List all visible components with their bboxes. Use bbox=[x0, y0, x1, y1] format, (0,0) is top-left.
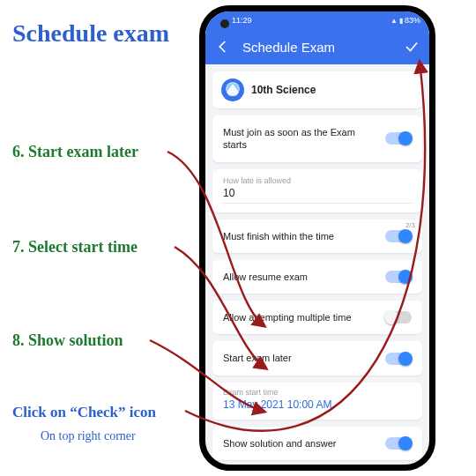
must-join-label: Must join as soon as the Exam starts bbox=[223, 126, 385, 152]
class-name: 10th Science bbox=[251, 84, 316, 96]
must-join-switch[interactable] bbox=[385, 132, 412, 145]
app-bar: Schedule Exam bbox=[205, 29, 429, 64]
step-check-sub: On top right corner bbox=[41, 429, 136, 443]
start-time-field[interactable]: Exam start time 13 May 2021 10:00 AM bbox=[212, 383, 422, 420]
page-title: Schedule exam bbox=[12, 19, 169, 48]
class-row[interactable]: 10th Science bbox=[212, 71, 422, 108]
appbar-title: Schedule Exam bbox=[242, 40, 392, 55]
allow-multiple-row[interactable]: Allow attempting multiple time bbox=[212, 301, 422, 334]
step-check-label: Click on “Check” icon bbox=[12, 404, 156, 421]
show-solution-label: Show solution and answer bbox=[223, 437, 385, 450]
check-button[interactable] bbox=[401, 36, 422, 57]
late-allowed-value[interactable]: 10 bbox=[223, 187, 412, 204]
must-finish-row[interactable]: 2/3 Must finish within the time bbox=[212, 219, 422, 253]
allow-resume-row[interactable]: Allow resume exam bbox=[212, 260, 422, 294]
step7-label: 7. Select start time bbox=[12, 238, 138, 257]
must-finish-counter: 2/3 bbox=[405, 221, 415, 229]
start-later-switch[interactable] bbox=[385, 353, 412, 365]
phone-screen: 11:29 ▲ ▮ 83% Schedule Exam 10th Science bbox=[205, 11, 429, 465]
allow-resume-label: Allow resume exam bbox=[223, 271, 385, 283]
status-bar: 11:29 ▲ ▮ 83% bbox=[205, 11, 429, 29]
phone-frame: 11:29 ▲ ▮ 83% Schedule Exam 10th Science bbox=[199, 5, 435, 471]
status-time: 11:29 bbox=[232, 16, 252, 25]
allow-resume-switch[interactable] bbox=[385, 271, 412, 283]
settings-list: 10th Science Must join as soon as the Ex… bbox=[205, 64, 429, 465]
late-allowed-label: How late is allowed bbox=[223, 176, 412, 185]
status-battery: 83% bbox=[405, 16, 420, 25]
must-join-row[interactable]: Must join as soon as the Exam starts bbox=[212, 115, 422, 162]
start-later-label: Start exam later bbox=[223, 352, 385, 364]
must-finish-label: Must finish within the time bbox=[223, 230, 385, 242]
back-button[interactable] bbox=[212, 36, 234, 57]
late-allowed-field[interactable]: How late is allowed 10 bbox=[212, 169, 422, 212]
show-solution-row[interactable]: Show solution and answer bbox=[212, 427, 422, 460]
class-avatar-icon bbox=[221, 78, 244, 101]
start-time-label: Exam start time bbox=[223, 388, 412, 397]
start-later-row[interactable]: Start exam later bbox=[212, 341, 422, 375]
wifi-icon: ▲ bbox=[390, 17, 398, 25]
show-solution-switch[interactable] bbox=[385, 437, 412, 450]
step6-label: 6. Start exam later bbox=[12, 143, 138, 161]
allow-multiple-switch[interactable] bbox=[385, 311, 412, 324]
camera-notch bbox=[220, 19, 229, 28]
allow-multiple-label: Allow attempting multiple time bbox=[223, 311, 385, 324]
must-finish-switch[interactable] bbox=[385, 230, 412, 242]
signal-icon: ▮ bbox=[399, 17, 403, 25]
step8-label: 8. Show solution bbox=[12, 331, 123, 350]
start-time-value[interactable]: 13 May 2021 10:00 AM bbox=[223, 398, 412, 414]
